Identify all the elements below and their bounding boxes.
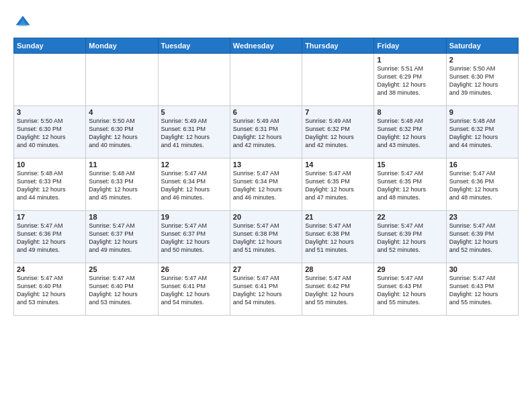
header-row: SundayMondayTuesdayWednesdayThursdayFrid… bbox=[14, 38, 519, 54]
day-number: 4 bbox=[89, 108, 154, 116]
day-number: 6 bbox=[233, 108, 299, 116]
day-info: Sunrise: 5:47 AM Sunset: 6:39 PM Dayligh… bbox=[449, 222, 515, 255]
calendar-cell: 21Sunrise: 5:47 AM Sunset: 6:38 PM Dayli… bbox=[302, 211, 374, 263]
day-info: Sunrise: 5:47 AM Sunset: 6:40 PM Dayligh… bbox=[89, 274, 154, 307]
day-number: 23 bbox=[449, 213, 515, 221]
calendar-cell bbox=[158, 54, 230, 106]
day-info: Sunrise: 5:47 AM Sunset: 6:34 PM Dayligh… bbox=[161, 169, 227, 202]
calendar-cell: 27Sunrise: 5:47 AM Sunset: 6:41 PM Dayli… bbox=[230, 263, 302, 316]
day-number: 16 bbox=[449, 161, 515, 169]
calendar-cell: 1Sunrise: 5:51 AM Sunset: 6:29 PM Daylig… bbox=[374, 54, 446, 106]
day-info: Sunrise: 5:47 AM Sunset: 6:38 PM Dayligh… bbox=[305, 222, 371, 255]
day-number: 22 bbox=[377, 213, 443, 221]
day-info: Sunrise: 5:47 AM Sunset: 6:37 PM Dayligh… bbox=[161, 222, 227, 255]
calendar-cell: 11Sunrise: 5:48 AM Sunset: 6:33 PM Dayli… bbox=[86, 158, 158, 211]
calendar-cell: 25Sunrise: 5:47 AM Sunset: 6:40 PM Dayli… bbox=[86, 263, 158, 316]
day-number: 7 bbox=[305, 108, 371, 116]
calendar-week-1: 3Sunrise: 5:50 AM Sunset: 6:30 PM Daylig… bbox=[14, 106, 519, 158]
day-number: 3 bbox=[17, 108, 83, 116]
calendar-table: SundayMondayTuesdayWednesdayThursdayFrid… bbox=[13, 38, 519, 316]
day-number: 30 bbox=[449, 265, 515, 273]
day-info: Sunrise: 5:47 AM Sunset: 6:39 PM Dayligh… bbox=[377, 222, 443, 255]
day-info: Sunrise: 5:48 AM Sunset: 6:32 PM Dayligh… bbox=[377, 117, 443, 150]
header bbox=[13, 11, 519, 32]
day-number: 21 bbox=[305, 213, 371, 221]
day-info: Sunrise: 5:47 AM Sunset: 6:38 PM Dayligh… bbox=[233, 222, 299, 255]
calendar-cell: 8Sunrise: 5:48 AM Sunset: 6:32 PM Daylig… bbox=[374, 106, 446, 158]
calendar-week-3: 17Sunrise: 5:47 AM Sunset: 6:36 PM Dayli… bbox=[14, 211, 519, 263]
calendar-cell: 13Sunrise: 5:47 AM Sunset: 6:34 PM Dayli… bbox=[230, 158, 302, 211]
calendar-cell: 19Sunrise: 5:47 AM Sunset: 6:37 PM Dayli… bbox=[158, 211, 230, 263]
day-number: 12 bbox=[161, 161, 227, 169]
day-number: 29 bbox=[377, 265, 443, 273]
calendar-cell: 29Sunrise: 5:47 AM Sunset: 6:43 PM Dayli… bbox=[374, 263, 446, 316]
header-cell-thursday: Thursday bbox=[302, 38, 374, 54]
calendar-cell bbox=[302, 54, 374, 106]
day-info: Sunrise: 5:47 AM Sunset: 6:41 PM Dayligh… bbox=[161, 274, 227, 307]
day-number: 9 bbox=[449, 108, 515, 116]
calendar-header: SundayMondayTuesdayWednesdayThursdayFrid… bbox=[14, 38, 519, 54]
day-number: 15 bbox=[377, 161, 443, 169]
day-number: 8 bbox=[377, 108, 443, 116]
calendar-week-4: 24Sunrise: 5:47 AM Sunset: 6:40 PM Dayli… bbox=[14, 263, 519, 316]
calendar-cell: 6Sunrise: 5:49 AM Sunset: 6:31 PM Daylig… bbox=[230, 106, 302, 158]
calendar-cell bbox=[230, 54, 302, 106]
calendar-cell: 5Sunrise: 5:49 AM Sunset: 6:31 PM Daylig… bbox=[158, 106, 230, 158]
day-number: 24 bbox=[17, 265, 83, 273]
day-number: 28 bbox=[305, 265, 371, 273]
day-info: Sunrise: 5:49 AM Sunset: 6:31 PM Dayligh… bbox=[161, 117, 227, 150]
day-info: Sunrise: 5:49 AM Sunset: 6:31 PM Dayligh… bbox=[233, 117, 299, 150]
day-number: 10 bbox=[17, 161, 83, 169]
day-info: Sunrise: 5:47 AM Sunset: 6:42 PM Dayligh… bbox=[305, 274, 371, 307]
logo-icon bbox=[13, 13, 32, 32]
calendar-cell: 12Sunrise: 5:47 AM Sunset: 6:34 PM Dayli… bbox=[158, 158, 230, 211]
day-info: Sunrise: 5:50 AM Sunset: 6:30 PM Dayligh… bbox=[89, 117, 154, 150]
calendar-cell: 30Sunrise: 5:47 AM Sunset: 6:43 PM Dayli… bbox=[446, 263, 518, 316]
header-cell-wednesday: Wednesday bbox=[230, 38, 302, 54]
calendar-cell: 7Sunrise: 5:49 AM Sunset: 6:32 PM Daylig… bbox=[302, 106, 374, 158]
header-cell-friday: Friday bbox=[374, 38, 446, 54]
day-number: 26 bbox=[161, 265, 227, 273]
calendar-week-2: 10Sunrise: 5:48 AM Sunset: 6:33 PM Dayli… bbox=[14, 158, 519, 211]
day-info: Sunrise: 5:47 AM Sunset: 6:36 PM Dayligh… bbox=[17, 222, 83, 255]
day-info: Sunrise: 5:50 AM Sunset: 6:30 PM Dayligh… bbox=[17, 117, 83, 150]
day-info: Sunrise: 5:48 AM Sunset: 6:32 PM Dayligh… bbox=[449, 117, 515, 150]
day-number: 19 bbox=[161, 213, 227, 221]
day-info: Sunrise: 5:47 AM Sunset: 6:43 PM Dayligh… bbox=[377, 274, 443, 307]
calendar-cell: 3Sunrise: 5:50 AM Sunset: 6:30 PM Daylig… bbox=[14, 106, 86, 158]
day-info: Sunrise: 5:48 AM Sunset: 6:33 PM Dayligh… bbox=[89, 169, 154, 202]
calendar-cell: 14Sunrise: 5:47 AM Sunset: 6:35 PM Dayli… bbox=[302, 158, 374, 211]
calendar-cell: 28Sunrise: 5:47 AM Sunset: 6:42 PM Dayli… bbox=[302, 263, 374, 316]
day-info: Sunrise: 5:47 AM Sunset: 6:40 PM Dayligh… bbox=[17, 274, 83, 307]
day-number: 18 bbox=[89, 213, 154, 221]
calendar-cell: 4Sunrise: 5:50 AM Sunset: 6:30 PM Daylig… bbox=[86, 106, 158, 158]
calendar-cell: 23Sunrise: 5:47 AM Sunset: 6:39 PM Dayli… bbox=[446, 211, 518, 263]
calendar-cell: 2Sunrise: 5:50 AM Sunset: 6:30 PM Daylig… bbox=[446, 54, 518, 106]
calendar-cell: 16Sunrise: 5:47 AM Sunset: 6:36 PM Dayli… bbox=[446, 158, 518, 211]
day-info: Sunrise: 5:47 AM Sunset: 6:36 PM Dayligh… bbox=[449, 169, 515, 202]
calendar-cell: 10Sunrise: 5:48 AM Sunset: 6:33 PM Dayli… bbox=[14, 158, 86, 211]
day-info: Sunrise: 5:47 AM Sunset: 6:43 PM Dayligh… bbox=[449, 274, 515, 307]
calendar-cell bbox=[86, 54, 158, 106]
calendar-body: 1Sunrise: 5:51 AM Sunset: 6:29 PM Daylig… bbox=[14, 54, 519, 316]
calendar-cell: 22Sunrise: 5:47 AM Sunset: 6:39 PM Dayli… bbox=[374, 211, 446, 263]
header-cell-monday: Monday bbox=[86, 38, 158, 54]
calendar-cell: 15Sunrise: 5:47 AM Sunset: 6:35 PM Dayli… bbox=[374, 158, 446, 211]
day-number: 27 bbox=[233, 265, 299, 273]
day-info: Sunrise: 5:47 AM Sunset: 6:35 PM Dayligh… bbox=[305, 169, 371, 202]
day-number: 17 bbox=[17, 213, 83, 221]
day-info: Sunrise: 5:47 AM Sunset: 6:34 PM Dayligh… bbox=[233, 169, 299, 202]
calendar-cell: 17Sunrise: 5:47 AM Sunset: 6:36 PM Dayli… bbox=[14, 211, 86, 263]
day-number: 14 bbox=[305, 161, 371, 169]
logo bbox=[13, 13, 35, 32]
calendar-cell: 9Sunrise: 5:48 AM Sunset: 6:32 PM Daylig… bbox=[446, 106, 518, 158]
calendar-cell: 18Sunrise: 5:47 AM Sunset: 6:37 PM Dayli… bbox=[86, 211, 158, 263]
day-number: 5 bbox=[161, 108, 227, 116]
calendar-cell: 20Sunrise: 5:47 AM Sunset: 6:38 PM Dayli… bbox=[230, 211, 302, 263]
day-info: Sunrise: 5:47 AM Sunset: 6:41 PM Dayligh… bbox=[233, 274, 299, 307]
day-info: Sunrise: 5:47 AM Sunset: 6:35 PM Dayligh… bbox=[377, 169, 443, 202]
day-number: 11 bbox=[89, 161, 154, 169]
day-info: Sunrise: 5:49 AM Sunset: 6:32 PM Dayligh… bbox=[305, 117, 371, 150]
header-cell-sunday: Sunday bbox=[14, 38, 86, 54]
day-number: 13 bbox=[233, 161, 299, 169]
